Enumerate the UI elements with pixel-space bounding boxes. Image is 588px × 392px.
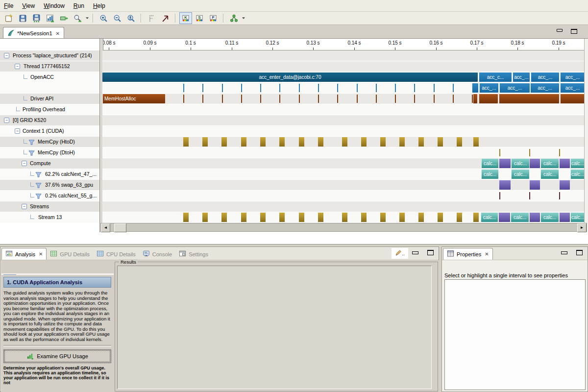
interval-block[interactable] (438, 213, 443, 222)
interval-tick[interactable] (241, 95, 242, 103)
interval-tick[interactable] (279, 84, 280, 92)
menu-file[interactable]: File (0, 1, 18, 11)
interval-bar[interactable]: acc_... (560, 73, 584, 82)
close-icon[interactable]: ✕ (484, 251, 489, 257)
zoom-in-icon[interactable] (97, 12, 110, 24)
interval-tick[interactable] (395, 84, 396, 92)
interval-block[interactable] (260, 213, 266, 222)
interval-bar[interactable]: calc... (540, 213, 559, 222)
maximize-icon[interactable] (427, 250, 434, 255)
interval-tick[interactable] (376, 84, 377, 92)
interval-block[interactable] (183, 213, 189, 222)
tree-row-driver-api[interactable]: Driver API (0, 94, 99, 104)
timeline-hscrollbar[interactable]: ◄ ► (100, 223, 587, 232)
kernel-k-icon[interactable]: K (179, 12, 192, 24)
interval-block[interactable] (361, 213, 367, 222)
interval-tick[interactable] (279, 95, 280, 103)
collapse-toggle-icon[interactable]: − (4, 53, 9, 58)
interval-block[interactable] (457, 137, 462, 147)
interval-tick[interactable] (241, 84, 242, 92)
tab-analysis[interactable]: Analysis✕ (1, 248, 47, 260)
session-tab[interactable]: *NewSession1 ✕ (3, 27, 64, 39)
close-icon[interactable]: ✕ (55, 31, 60, 36)
interval-tick[interactable] (260, 84, 261, 92)
interval-block[interactable] (399, 213, 405, 222)
interval-tick[interactable] (376, 95, 377, 103)
profile-application-icon[interactable] (44, 12, 56, 24)
interval-tick[interactable] (183, 84, 184, 92)
interval-bar[interactable]: acc_c... (479, 73, 512, 82)
scroll-right-button[interactable]: ► (577, 223, 587, 232)
interval-tick[interactable] (202, 95, 203, 103)
tree-row-compute[interactable]: −Compute (0, 158, 99, 169)
interval-tick[interactable] (318, 95, 319, 103)
minimize-icon[interactable] (412, 251, 418, 254)
interval-bar[interactable]: acc_... (479, 83, 498, 93)
tree-row-context-1-cuda[interactable]: −Context 1 (CUDA) (0, 126, 99, 137)
interval-tick[interactable] (260, 95, 261, 103)
dropdown-caret-icon[interactable] (241, 13, 246, 24)
dropdown-caret-icon[interactable] (84, 13, 90, 24)
interval-block[interactable] (221, 213, 227, 222)
interval-bar[interactable]: calc... (511, 159, 529, 168)
interval-block[interactable] (202, 213, 208, 222)
interval-bar[interactable] (479, 94, 498, 103)
interval-bar[interactable]: calc... (570, 159, 584, 168)
interval-block[interactable] (183, 137, 189, 147)
collapse-toggle-icon[interactable]: − (22, 204, 27, 209)
interval-block[interactable] (473, 213, 479, 222)
menu-help[interactable]: Help (89, 1, 110, 11)
interval-tick[interactable] (222, 84, 223, 92)
tree-row-kernel-calcnext-55[interactable]: 0.2% calcNext_55_g... (0, 191, 99, 201)
interval-bar[interactable]: calc... (481, 213, 498, 222)
tree-row-streams[interactable]: −Streams (0, 201, 99, 212)
interval-block[interactable] (260, 137, 266, 147)
interval-block[interactable] (221, 137, 227, 147)
interval-bar[interactable] (472, 83, 478, 93)
interval-block[interactable] (318, 137, 323, 147)
interval-bar[interactable]: acc_... (499, 83, 530, 93)
interval-block[interactable] (299, 137, 304, 147)
save-icon[interactable] (16, 12, 29, 24)
interval-tick[interactable] (202, 84, 203, 92)
interval-tick[interactable] (529, 149, 530, 156)
interval-bar[interactable]: calc... (570, 213, 584, 222)
source-search-icon[interactable] (71, 12, 84, 24)
interval-block[interactable] (361, 137, 367, 147)
scroll-left-button[interactable]: ◄ (101, 223, 110, 232)
interval-block[interactable] (418, 213, 424, 222)
minimize-icon[interactable] (561, 251, 567, 254)
tab-console[interactable]: Console (139, 248, 175, 260)
interval-tick[interactable] (499, 149, 500, 156)
examine-gpu-usage-button[interactable]: Examine GPU Usage (3, 349, 111, 363)
marker-flag-icon[interactable] (159, 12, 172, 24)
maximize-icon[interactable] (576, 250, 583, 255)
interval-bar[interactable] (529, 180, 540, 190)
interval-bar[interactable] (473, 94, 477, 103)
interval-block[interactable] (457, 213, 462, 222)
tree-row-memcpy-dtoh[interactable]: MemCpy (DtoH) (0, 147, 99, 158)
tree-row-kernel-swap-63[interactable]: 37.6% swap_63_gpu (0, 180, 99, 191)
tree-row-stream-13[interactable]: Stream 13 (0, 212, 99, 223)
interval-tick[interactable] (222, 95, 223, 103)
tab-properties[interactable]: Properties✕ (443, 248, 493, 260)
minimize-icon[interactable] (557, 29, 563, 32)
zoom-fit-icon[interactable] (124, 12, 137, 24)
zoom-out-icon[interactable] (111, 12, 123, 24)
close-icon[interactable]: ✕ (38, 251, 43, 257)
interval-bar[interactable] (498, 213, 510, 222)
tree-row-memcpy-htod[interactable]: MemCpy (HtoD) (0, 137, 99, 147)
view-menu-icon[interactable]: .. (392, 248, 408, 259)
interval-tick[interactable] (559, 149, 560, 156)
interval-block[interactable] (418, 137, 424, 147)
interval-bar[interactable]: MemHostAlloc (102, 94, 165, 103)
interval-bar[interactable]: calc... (481, 170, 498, 179)
interval-block[interactable] (318, 213, 323, 222)
interval-bar[interactable] (499, 159, 511, 168)
tree-row-openacc-sub[interactable] (0, 83, 99, 94)
interval-block[interactable] (241, 213, 246, 222)
interval-bar[interactable]: calc... (540, 159, 559, 168)
interval-bar[interactable]: acc_... (513, 73, 530, 82)
kernel-p-icon[interactable]: P (207, 12, 220, 24)
interval-tick[interactable] (299, 84, 300, 92)
